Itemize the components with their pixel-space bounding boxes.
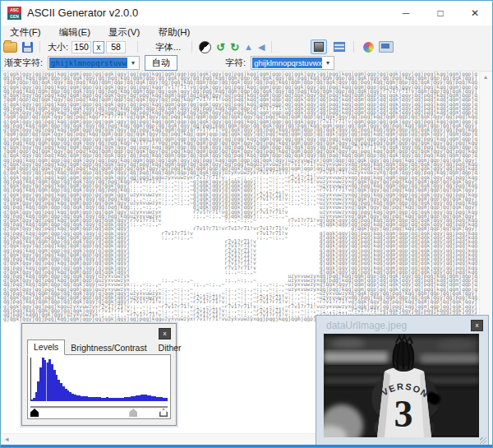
font-button[interactable]: 字体... [149, 40, 187, 54]
gradient-chars-value: ghijklmnopqrstuvwxyz$ [49, 58, 127, 68]
source-image-panel[interactable]: dataUrlImage.jpeg x [316, 315, 489, 446]
open-folder-icon[interactable] [3, 42, 17, 53]
menu-bar: 文件(F) 编辑(E) 显示(V) 帮助(H) [1, 25, 492, 39]
window-bottom-border [1, 445, 492, 447]
app-icon-top: ASC [7, 7, 21, 13]
app-icon-bottom: GEN [7, 13, 21, 20]
gradient-chars-combo[interactable]: ghijklmnopqrstuvwxyz$ ▾ [48, 56, 140, 70]
chars-label: 字符: [225, 57, 246, 69]
scroll-up-icon[interactable]: ▴ [480, 73, 491, 81]
invert-colors-icon[interactable] [199, 41, 211, 53]
display-icon[interactable] [379, 41, 394, 53]
separator [353, 41, 354, 53]
display-screen [381, 44, 389, 48]
rotate-cw-icon[interactable]: ↻ [230, 42, 239, 53]
image-view-thumb [314, 42, 324, 52]
auto-button[interactable]: 自动 [145, 55, 177, 71]
histogram-marker-line [46, 358, 47, 401]
jersey-number-text: 3 [394, 393, 413, 435]
ascii-art-text: gjqgkjqgyjqgjpqgjkqgjqgmjqgpjqgjqgkjqgyj… [3, 72, 477, 322]
menu-edit[interactable]: 编辑(E) [50, 25, 99, 39]
separator [137, 41, 138, 53]
app-window: ASC GEN ASCII Generator v2.0.0 ─ □ ✕ 文件(… [0, 0, 493, 448]
window-title: ASCII Generator v2.0.0 [27, 1, 138, 25]
close-button[interactable]: ✕ [458, 1, 492, 25]
black-point-handle[interactable] [30, 409, 39, 417]
histogram-bar [165, 398, 168, 401]
title-bar: ASC GEN ASCII Generator v2.0.0 ─ □ ✕ [1, 1, 492, 25]
gradient-chars-label: 渐变字符: [4, 57, 43, 69]
separator [191, 41, 192, 53]
text-view-thumb [334, 42, 345, 52]
histogram-axis-line [30, 358, 31, 401]
app-icon: ASC GEN [7, 7, 21, 20]
chars-combo[interactable]: ghijklmnopqrstuvwxyz$ ▾ [251, 56, 334, 70]
menu-help[interactable]: 帮助(H) [149, 25, 199, 39]
flip-vertical-icon[interactable]: ▲ [244, 42, 253, 53]
separator [39, 41, 40, 53]
white-point-handle[interactable] [159, 409, 168, 417]
tab-brightness-contrast[interactable]: Brightness/Contrast [65, 341, 152, 355]
rotate-ccw-icon[interactable]: ↺ [216, 42, 225, 53]
image-close-button[interactable]: x [471, 320, 483, 331]
levels-slider [30, 404, 168, 417]
flip-horizontal-icon[interactable]: ◀ [258, 42, 265, 53]
minimize-button[interactable]: ─ [389, 1, 423, 25]
levels-close-button[interactable]: x [159, 328, 171, 339]
color-wheel-icon[interactable] [363, 42, 374, 53]
tab-levels[interactable]: Levels [27, 339, 65, 355]
image-title: dataUrlImage.jpeg [326, 320, 407, 331]
levels-content [27, 354, 171, 419]
height-input[interactable] [106, 41, 126, 53]
gray-point-handle[interactable] [129, 409, 137, 417]
chevron-down-icon[interactable]: ▾ [129, 57, 137, 69]
scroll-left-icon[interactable]: ◂ [5, 434, 9, 445]
image-view-icon[interactable] [311, 39, 327, 54]
size-x-label: x [93, 41, 104, 53]
toolbar-characters: 渐变字符: ghijklmnopqrstuvwxyz$ ▾ 自动 字符: ghi… [1, 54, 492, 72]
width-input[interactable] [71, 41, 91, 53]
resize-grip[interactable] [480, 437, 486, 444]
text-view-icon[interactable] [332, 40, 347, 53]
window-controls: ─ □ ✕ [389, 1, 492, 25]
size-label: 大小: [48, 41, 68, 53]
toolbar-main: 大小: x 字体... ↺ ↻ ▲ ◀ [1, 39, 492, 54]
chevron-down-icon[interactable]: ▾ [324, 57, 332, 69]
chars-value: ghijklmnopqrstuvwxyz$ [252, 58, 322, 68]
menu-file[interactable]: 文件(F) [1, 25, 50, 39]
levels-tabs: Levels Brightness/Contrast Dither [27, 340, 187, 355]
slider-track [30, 406, 168, 409]
levels-panel[interactable]: x Levels Brightness/Contrast Dither [21, 323, 177, 426]
source-photo: IVERSON 3 [324, 334, 479, 437]
save-icon[interactable] [22, 42, 33, 53]
histogram-bars [30, 358, 168, 401]
separator [271, 41, 272, 53]
menu-view[interactable]: 显示(V) [99, 25, 149, 39]
tab-dither[interactable]: Dither [153, 341, 187, 355]
maximize-button[interactable]: □ [423, 1, 458, 25]
